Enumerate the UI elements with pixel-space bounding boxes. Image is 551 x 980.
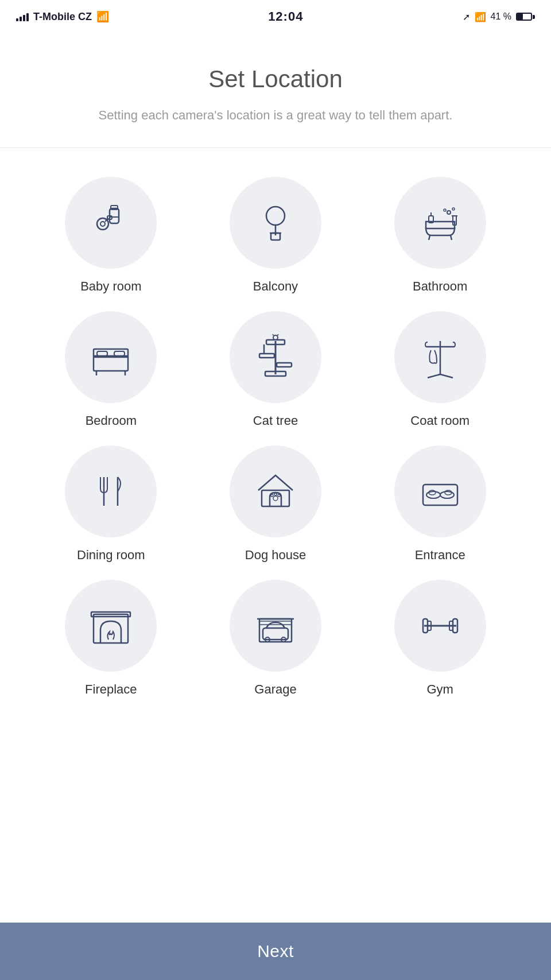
baby-room-icon	[88, 200, 134, 246]
bedroom-icon-circle	[65, 311, 157, 403]
location-item-gym[interactable]: Gym	[363, 580, 517, 697]
cat-tree-label: Cat tree	[253, 413, 298, 428]
svg-rect-21	[94, 356, 128, 371]
svg-line-39	[440, 374, 453, 378]
svg-line-35	[277, 334, 278, 336]
location-item-dining-room[interactable]: Dining room	[34, 446, 188, 563]
gym-icon	[417, 603, 463, 649]
dining-room-label: Dining room	[77, 548, 145, 563]
gym-label: Gym	[426, 682, 453, 697]
fireplace-icon-circle	[65, 580, 157, 672]
dog-house-label: Dog house	[245, 548, 306, 563]
location-item-bathroom[interactable]: Bathroom	[363, 177, 517, 294]
page-subtitle: Setting each camera's location is a grea…	[46, 106, 505, 125]
bathroom-label: Bathroom	[413, 279, 467, 294]
battery-label: 41 %	[491, 11, 511, 22]
balcony-icon	[253, 200, 298, 246]
svg-line-34	[273, 334, 274, 336]
cat-tree-icon	[253, 334, 298, 380]
coat-room-icon-circle	[394, 311, 486, 403]
bathroom-icon	[417, 200, 463, 246]
svg-rect-30	[277, 363, 292, 367]
coat-room-icon	[417, 334, 463, 380]
dining-room-icon-circle	[65, 446, 157, 537]
balcony-label: Balcony	[253, 279, 298, 294]
baby-room-icon-circle	[65, 177, 157, 269]
fireplace-icon	[88, 603, 134, 649]
balcony-icon-circle	[230, 177, 321, 269]
svg-point-18	[444, 209, 446, 211]
svg-point-48	[274, 493, 277, 495]
status-left: T-Mobile CZ 📶	[16, 10, 109, 23]
bedroom-icon	[88, 334, 134, 380]
garage-icon	[253, 603, 298, 649]
bedroom-label: Bedroom	[86, 413, 137, 428]
bathroom-icon-circle	[394, 177, 486, 269]
entrance-icon	[417, 468, 463, 514]
page-title: Set Location	[46, 65, 505, 93]
location-item-garage[interactable]: Garage	[199, 580, 352, 697]
battery-icon	[516, 13, 535, 21]
svg-rect-55	[94, 614, 128, 643]
entrance-label: Entrance	[415, 548, 465, 563]
svg-point-4	[100, 222, 105, 226]
coat-room-label: Coat room	[410, 413, 469, 428]
fireplace-label: Fireplace	[85, 682, 137, 697]
svg-line-12	[429, 235, 430, 240]
location-grid: Baby room Balcony	[0, 160, 551, 720]
page-header: Set Location Setting each camera's locat…	[0, 31, 551, 148]
status-right: ➚ 📶 41 %	[463, 11, 535, 22]
svg-point-46	[273, 496, 278, 501]
location-item-coat-room[interactable]: Coat room	[363, 311, 517, 428]
location-icon: ➚	[463, 11, 470, 22]
dining-room-icon	[88, 468, 134, 514]
svg-point-47	[271, 494, 273, 497]
dog-house-icon-circle	[230, 446, 321, 537]
svg-point-49	[278, 494, 280, 497]
baby-room-label: Baby room	[80, 279, 141, 294]
location-item-bedroom[interactable]: Bedroom	[34, 311, 188, 428]
location-item-fireplace[interactable]: Fireplace	[34, 580, 188, 697]
svg-point-16	[447, 211, 451, 214]
location-item-balcony[interactable]: Balcony	[199, 177, 352, 294]
carrier-label: T-Mobile CZ	[33, 11, 92, 23]
location-item-baby-room[interactable]: Baby room	[34, 177, 188, 294]
garage-label: Garage	[254, 682, 296, 697]
location-item-entrance[interactable]: Entrance	[363, 446, 517, 563]
cat-tree-icon-circle	[230, 311, 321, 403]
location-item-cat-tree[interactable]: Cat tree	[199, 311, 352, 428]
status-time: 12:04	[268, 9, 303, 24]
wifi-icon: 📶	[96, 10, 109, 23]
status-bar: T-Mobile CZ 📶 12:04 ➚ 📶 41 %	[0, 0, 551, 31]
svg-point-17	[452, 208, 455, 210]
svg-line-13	[451, 235, 452, 240]
svg-line-38	[428, 374, 440, 378]
next-button[interactable]: Next	[257, 942, 294, 961]
bluetooth-icon: 📶	[475, 11, 486, 22]
signal-icon	[16, 12, 29, 21]
divider	[0, 148, 551, 148]
bottom-bar: Next	[0, 923, 551, 980]
garage-icon-circle	[230, 580, 321, 672]
dog-house-icon	[253, 468, 298, 514]
svg-point-7	[266, 207, 285, 225]
svg-rect-29	[259, 354, 274, 358]
location-item-dog-house[interactable]: Dog house	[199, 446, 352, 563]
entrance-icon-circle	[394, 446, 486, 537]
gym-icon-circle	[394, 580, 486, 672]
